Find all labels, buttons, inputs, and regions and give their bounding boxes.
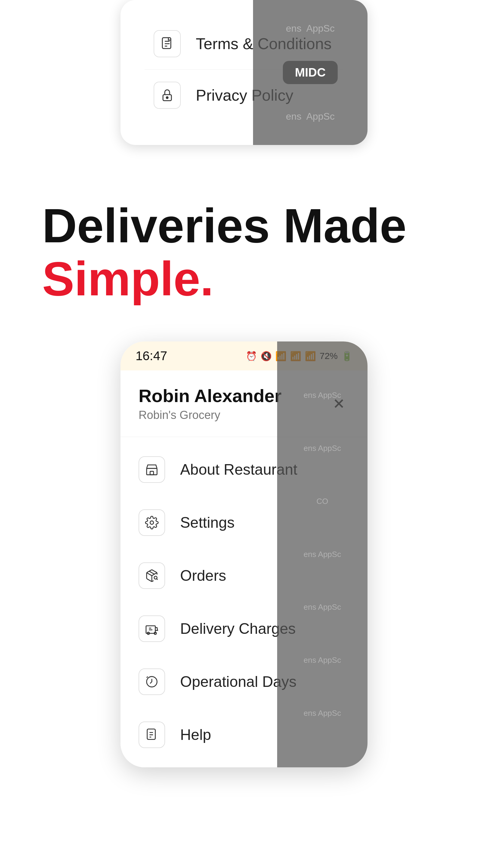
top-phone-section: Terms & Conditions Privacy Policy ens Ap… bbox=[0, 0, 488, 145]
user-store: Robin's Grocery bbox=[138, 409, 282, 422]
lock-icon bbox=[160, 88, 174, 102]
clock-icon bbox=[145, 675, 159, 689]
document-icon-box bbox=[154, 30, 181, 57]
help-label: Help bbox=[180, 726, 211, 744]
hero-line1: Deliveries Made bbox=[42, 199, 446, 252]
pwm-text-5: ens AppSc bbox=[304, 602, 341, 613]
pwm-text-2: ens AppSc bbox=[304, 443, 341, 454]
svg-point-11 bbox=[150, 521, 154, 524]
alarm-icon: ⏰ bbox=[246, 351, 257, 361]
phone-mockup: 16:47 ⏰ 🔇 📶 📶 📶 72% 🔋 Robin Alexander Ro… bbox=[121, 341, 367, 767]
svg-rect-9 bbox=[150, 471, 154, 475]
help-icon bbox=[145, 728, 159, 742]
midc-badge: MIDC bbox=[283, 61, 338, 84]
wm-text-1: ens AppSc bbox=[286, 22, 335, 35]
orders-icon bbox=[145, 569, 159, 583]
svg-rect-0 bbox=[162, 38, 171, 49]
lock-icon-box bbox=[154, 82, 181, 109]
wm-text-2: ens AppSc bbox=[286, 110, 335, 123]
document-icon bbox=[160, 36, 174, 51]
orders-label: Orders bbox=[180, 567, 226, 584]
svg-point-5 bbox=[166, 97, 168, 98]
pwm-text-4: ens AppSc bbox=[304, 550, 341, 560]
delivery-icon bbox=[145, 622, 159, 636]
top-watermark-overlay: ens AppSc MIDC ens AppSc bbox=[253, 0, 367, 145]
pwm-text-7: ens AppSc bbox=[304, 708, 341, 718]
hero-section: Deliveries Made Simple. bbox=[0, 145, 488, 341]
phone-watermark-right: ens AppSc ens AppSc CO ens AppSc ens App… bbox=[277, 341, 367, 767]
top-phone-card: Terms & Conditions Privacy Policy ens Ap… bbox=[121, 0, 367, 145]
settings-icon-box bbox=[138, 509, 165, 536]
orders-icon-box bbox=[138, 562, 165, 589]
status-time: 16:47 bbox=[135, 349, 167, 363]
phone-mockup-wrapper: 16:47 ⏰ 🔇 📶 📶 📶 72% 🔋 Robin Alexander Ro… bbox=[0, 341, 488, 767]
delivery-icon-box bbox=[138, 615, 165, 642]
settings-icon bbox=[145, 516, 159, 530]
store-icon-box bbox=[138, 456, 165, 483]
svg-point-13 bbox=[154, 576, 157, 579]
svg-rect-20 bbox=[147, 729, 156, 740]
clock-icon-box bbox=[138, 669, 165, 695]
pwm-text-1: ens AppSc bbox=[304, 390, 341, 401]
pwm-text-3: CO bbox=[317, 496, 328, 507]
pwm-text-6: ens AppSc bbox=[304, 655, 341, 665]
user-name: Robin Alexander bbox=[138, 385, 282, 406]
mute-icon: 🔇 bbox=[261, 351, 272, 361]
store-icon bbox=[145, 463, 159, 476]
user-info-block: Robin Alexander Robin's Grocery bbox=[138, 385, 282, 422]
help-icon-box bbox=[138, 721, 165, 748]
hero-line2: Simple. bbox=[42, 252, 446, 305]
settings-label: Settings bbox=[180, 514, 235, 531]
